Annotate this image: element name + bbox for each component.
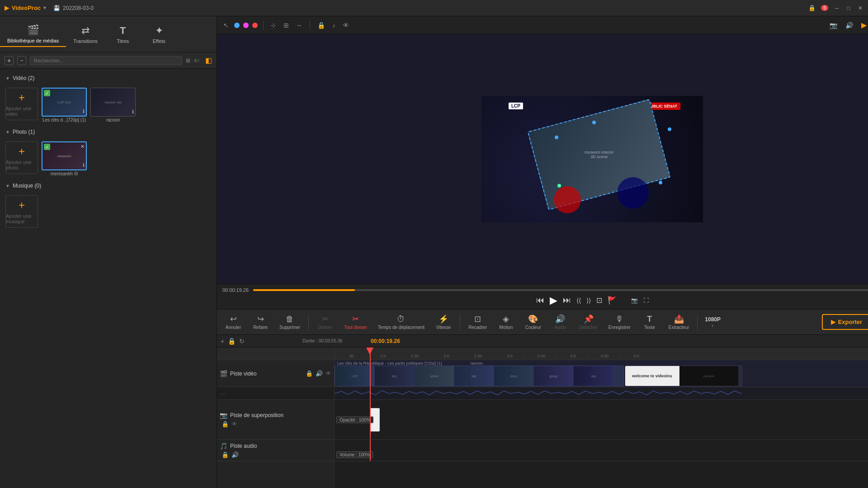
audio-waveform (335, 389, 741, 398)
texte-icon: T (647, 314, 652, 324)
vitesse-button[interactable]: ⚡ Vitesse (431, 312, 456, 332)
pointer-tool-icon[interactable]: ↖ (222, 20, 231, 31)
music-section-header[interactable]: ▼ Musique (0) (4, 180, 213, 192)
texte-label: Texte (644, 325, 655, 330)
color-dot-red[interactable] (252, 23, 258, 28)
refaire-button[interactable]: ↪ Refaire (248, 312, 273, 332)
remove-button[interactable]: − (17, 56, 26, 65)
photo-close-1[interactable]: ✕ (80, 144, 85, 150)
audio-button[interactable]: 🔊 Audio (547, 312, 573, 332)
couleur-button[interactable]: 🎨 Couleur (520, 312, 546, 332)
tout-diviser-button[interactable]: ✂ Tout diviser (340, 312, 372, 332)
add-music-button[interactable]: + Ajouter une musique (5, 195, 38, 228)
maximize-button[interactable]: □ (845, 5, 852, 11)
control-point-2[interactable] (555, 136, 558, 139)
screenshot-icon[interactable]: 📷 (631, 297, 638, 304)
progress-bar[interactable] (253, 289, 868, 291)
tab-effets[interactable]: ✦ Effets (141, 22, 177, 47)
racoon-clip[interactable]: welcome to videoinu racoon (625, 366, 742, 386)
timeline-lock-icon[interactable]: 🔒 (228, 338, 236, 345)
recadrer-button[interactable]: ⊡ Recadrer (464, 312, 491, 332)
color-dot-blue[interactable] (234, 23, 240, 28)
video-item-1[interactable]: ✓ LCP doc ℹ Les clés d...[720p] (1) (42, 88, 87, 122)
camera-icon[interactable]: 📷 (828, 20, 839, 31)
video-track-text: Piste vidéo (230, 371, 257, 377)
trim-button[interactable]: ⊡ (596, 296, 602, 305)
enregistrer-button[interactable]: 🎙 Enregistrer (604, 313, 635, 332)
tab-titres[interactable]: T Titres (105, 22, 141, 47)
audio-lock-icon[interactable]: 🔒 (222, 451, 229, 458)
tab-media[interactable]: 🎬 Bibliothèque de médias (0, 22, 66, 47)
video-eye-icon[interactable]: 👁 (326, 370, 331, 377)
minimize-button[interactable]: ─ (834, 5, 840, 11)
select-tool-icon[interactable]: ⊹ (269, 20, 278, 31)
timeline-refresh-icon[interactable]: ↻ (239, 338, 245, 345)
super-track-text: Piste de superposition (230, 412, 283, 418)
diviser-icon: ✂ (322, 314, 329, 324)
super-lock-icon[interactable]: 🔒 (222, 421, 229, 427)
marker-button[interactable]: 🚩 (608, 296, 617, 305)
add-video-button[interactable]: + Ajouter une vidéo (5, 88, 38, 120)
speaker-icon[interactable]: 🔊 (844, 20, 855, 31)
resolution-button[interactable]: 1080P ▾ (701, 314, 724, 330)
annuler-button[interactable]: ↩ Annuler (221, 312, 246, 332)
control-point-4[interactable] (659, 181, 662, 184)
timeline-add-icon[interactable]: + (221, 338, 224, 345)
supprimer-button[interactable]: 🗑 Supprimer (275, 313, 305, 332)
audio-icon[interactable]: ♪ (330, 20, 337, 31)
preview-icon[interactable]: ▶ (859, 19, 868, 31)
video-section-header[interactable]: ▼ Vidéo (2) (4, 72, 213, 84)
motion-button[interactable]: ◈ Motion (493, 312, 519, 332)
photo-item-1[interactable]: ✓ museum ✕ ℹ meresankh III (42, 141, 87, 176)
control-point-1[interactable] (592, 121, 596, 124)
detacher-button[interactable]: 📌 Détacher (575, 312, 602, 332)
prev-frame-button[interactable]: ⟨⟨ (576, 297, 581, 304)
diviser-button[interactable]: ✂ Diviser (312, 312, 338, 332)
enregistrer-icon: 🎙 (615, 314, 623, 324)
prev-skip-button[interactable]: ⏮ (536, 296, 544, 305)
video-thumb-2: racoon vid ℹ (90, 88, 136, 117)
video-playhead (370, 360, 371, 387)
audio-icon: 🔊 (555, 314, 565, 324)
effets-icon: ✦ (155, 25, 163, 37)
video-item-2[interactable]: racoon vid ℹ racoon (90, 88, 136, 122)
video-arrow-icon: ▼ (5, 76, 10, 81)
transform-tool-icon[interactable]: ⊞ (282, 20, 291, 31)
next-frame-button2[interactable]: ⟩⟩ (586, 297, 591, 304)
photo-section-header[interactable]: ▼ Photo (1) (4, 126, 213, 138)
audio-speaker-icon[interactable]: 🔊 (231, 451, 239, 458)
video-speaker-icon[interactable]: 🔊 (316, 370, 323, 377)
sort-icon[interactable]: ≡↑ (194, 57, 200, 64)
fullscreen-icon[interactable]: ⛶ (643, 297, 649, 304)
panel-toggle-icon[interactable]: ◧ (205, 56, 212, 65)
close-button[interactable]: ✕ (857, 5, 863, 11)
texte-button[interactable]: T Texte (637, 313, 662, 332)
clip-thumb-5: docs (494, 366, 534, 386)
control-point-5[interactable] (668, 127, 671, 131)
notification-badge[interactable]: 6 (821, 5, 828, 11)
app-logo[interactable]: ▶ VideoProc ▾ (5, 5, 46, 11)
grid-view-icon[interactable]: ⊞ (186, 57, 190, 64)
crop-tool-icon[interactable]: ↔ (294, 20, 304, 31)
tab-transitions[interactable]: ⇄ Transitions (66, 22, 104, 47)
main-video-clip[interactable]: LCP doc scene talk docs group rep (335, 366, 624, 386)
video-lock-icon[interactable]: 🔒 (306, 370, 313, 377)
color-dot-pink[interactable] (243, 23, 249, 28)
playback-time-row: 00:00:19.26 00:03:55.36 (217, 287, 868, 293)
top-bar: ▶ VideoProc ▾ 💾 202208-03-0 🔒 6 ─ □ ✕ (0, 0, 868, 16)
add-photo-button[interactable]: + Ajouter une photo (5, 141, 38, 174)
control-point-3[interactable] (557, 184, 561, 188)
play-button[interactable]: ▶ (550, 295, 557, 306)
export-button[interactable]: ▶ Exporter (822, 314, 868, 330)
search-input[interactable] (30, 56, 182, 65)
eye-icon[interactable]: 👁 (341, 20, 351, 31)
lock-icon[interactable]: 🔒 (316, 20, 327, 31)
extracteur-button[interactable]: 📤 Extracteur (664, 312, 694, 332)
next-frame-button[interactable]: ⏭ (563, 296, 571, 305)
separator-2 (310, 21, 310, 30)
super-eye-icon[interactable]: 👁 (231, 421, 237, 427)
add-music-icon: + (19, 199, 25, 211)
add-button[interactable]: + (5, 56, 14, 65)
deplacement-button[interactable]: ⏱ Temps de déplacement (373, 313, 429, 332)
ruler-mark-3: 2:0 (429, 354, 461, 358)
